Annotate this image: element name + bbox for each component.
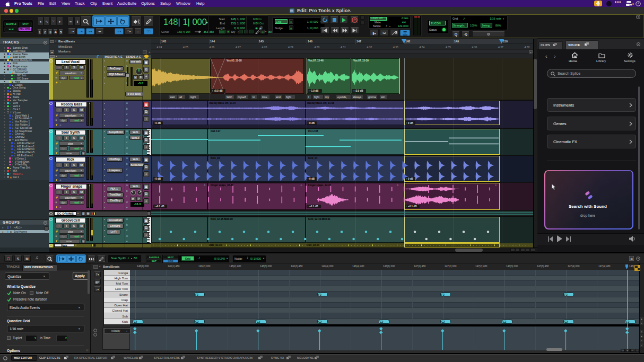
svg-text:P: P (353, 18, 356, 22)
